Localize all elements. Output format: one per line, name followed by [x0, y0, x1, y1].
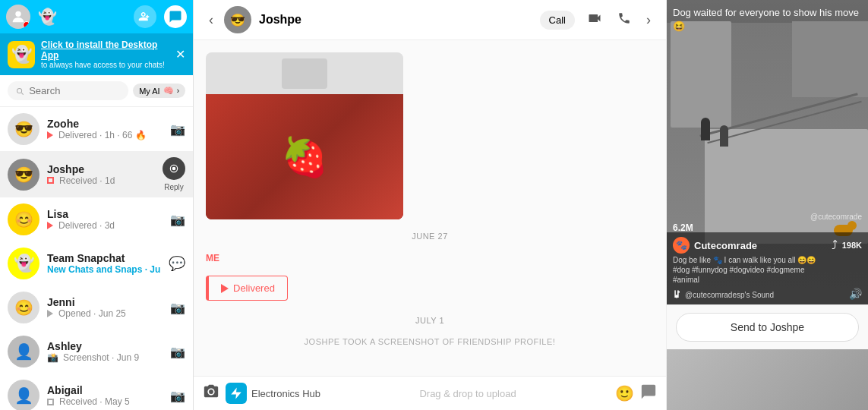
- video-views: 6.2M: [673, 222, 693, 233]
- camera-icon-abigail[interactable]: 📷: [170, 389, 185, 403]
- svg-point-0: [15, 11, 21, 17]
- chat-side-team-snapchat: 💬: [169, 255, 185, 272]
- video-controls: ⏸: [671, 288, 682, 300]
- chat-avatar-team-snapchat: 👻: [8, 248, 39, 279]
- thumbnail-section: [667, 349, 868, 410]
- creator-avatar: 🐾: [673, 237, 690, 254]
- camera-input-button[interactable]: [203, 383, 219, 404]
- sender-me-label: ME: [206, 253, 654, 263]
- chat-status-jenni: Opened · Jun 25: [58, 308, 126, 319]
- search-input[interactable]: [29, 85, 121, 96]
- chat-sub-joshpe: Received · 1d: [47, 175, 155, 186]
- emoji-button[interactable]: 🙂: [615, 384, 634, 402]
- call-label: Call: [549, 14, 566, 26]
- chat-item-team-snapchat[interactable]: 👻 Team Snapchat New Chats and Snaps · Ju…: [0, 241, 193, 285]
- date-divider-july1: JULY 1: [206, 316, 654, 325]
- camera-icon-ashley[interactable]: 📷: [170, 345, 185, 359]
- send-to-button[interactable]: Send to Joshpe: [676, 313, 859, 342]
- chat-avatar-lisa: 😊: [8, 203, 39, 235]
- chat-status-ashley: Screenshot · Jun 9: [63, 352, 139, 363]
- chat-status-joshpe: Received · 1d: [59, 175, 115, 186]
- share-button[interactable]: ⤴: [832, 238, 838, 252]
- chat-item-abigail[interactable]: 👤 Abigail Received · May 5 📷: [0, 374, 193, 410]
- delivered-message: Delivered: [206, 273, 654, 304]
- chat-list: 😎 Zoohe Delivered · 1h · 66 🔥 📷 😎 Joshpe…: [0, 107, 193, 410]
- search-bar: My AI 🧠 ›: [0, 75, 193, 107]
- search-icon: [15, 86, 24, 96]
- camera-icon-zoohe[interactable]: 📷: [170, 122, 185, 137]
- received-icon-joshpe: [47, 177, 54, 184]
- sticker-button[interactable]: [640, 383, 657, 404]
- camera-icon-lisa[interactable]: 📷: [170, 213, 185, 227]
- chat-sub-abigail: Received · May 5: [47, 396, 163, 407]
- chat-item-joshpe[interactable]: 😎 Joshpe Received · 1d Reply: [0, 151, 193, 197]
- chat-info-jenni: Jenni Opened · Jun 25: [47, 296, 163, 319]
- pause-button[interactable]: ⏸: [671, 288, 682, 300]
- back-button[interactable]: ‹: [206, 9, 216, 31]
- date-divider-june27: JUNE 27: [206, 232, 654, 241]
- right-panel: Dog waited for everyone to show his move…: [667, 0, 868, 410]
- install-banner-main[interactable]: Click to install the Desktop App: [41, 39, 169, 61]
- snapchat-logo: 👻: [38, 8, 57, 26]
- video-watermark: @cutecomrade: [810, 213, 862, 221]
- user-avatar[interactable]: [6, 5, 30, 29]
- chat-info-zoohe: Zoohe Delivered · 1h · 66 🔥: [47, 118, 163, 140]
- messages-area: 🍓 JUNE 27 ME Delivered JULY 1 JOSHPE TOO…: [194, 40, 666, 376]
- more-options-button[interactable]: ›: [643, 9, 654, 31]
- chat-name-joshpe: Joshpe: [47, 163, 155, 175]
- mute-button[interactable]: 🔊: [849, 288, 862, 300]
- chat-item-lisa[interactable]: 😊 Lisa Delivered · 3d 📷: [0, 197, 193, 241]
- chat-side-ashley: 📷: [170, 345, 185, 359]
- chat-info-team-snapchat: Team Snapchat New Chats and Snaps · Jun …: [47, 252, 161, 275]
- chat-name-zoohe: Zoohe: [47, 118, 163, 130]
- sound-label: @cutecomradesp's Sound: [685, 291, 774, 299]
- chat-new-button[interactable]: [164, 5, 187, 28]
- chat-header-actions: Call ›: [540, 8, 654, 33]
- chat-side-jenni: 📷: [170, 301, 185, 315]
- reply-badge-joshpe[interactable]: [163, 157, 185, 180]
- chat-item-ashley[interactable]: 👤 Ashley 📸 Screenshot · Jun 9 📷: [0, 330, 193, 374]
- search-input-wrap[interactable]: [8, 81, 128, 100]
- install-banner-logo: 👻: [8, 41, 35, 68]
- video-info-overlay: 🐾 Cutecomrade ⤴ 198K Dog be like 🐾 I can…: [667, 232, 868, 304]
- image-message: 🍓: [206, 52, 654, 219]
- chat-avatar-joshpe: 😎: [8, 159, 39, 191]
- chat-name-team-snapchat: Team Snapchat: [47, 252, 161, 264]
- chat-status-team-snapchat: New Chats and Snaps · Jun 16: [47, 264, 161, 275]
- chat-name-jenni: Jenni: [47, 296, 163, 308]
- video-call-button[interactable]: [584, 8, 605, 33]
- chat-avatar-jenni: 😊: [8, 292, 39, 323]
- delivered-label: Delivered: [206, 276, 288, 301]
- chat-item-jenni[interactable]: 😊 Jenni Opened · Jun 25 📷: [0, 285, 193, 330]
- camera-icon-jenni[interactable]: 📷: [170, 301, 185, 315]
- chat-name-lisa: Lisa: [47, 208, 163, 220]
- chat-side-zoohe: 📷: [170, 122, 185, 137]
- phone-button[interactable]: [614, 8, 634, 32]
- chat-item-zoohe[interactable]: 😎 Zoohe Delivered · 1h · 66 🔥 📷: [0, 107, 193, 151]
- chat-avatar-abigail: 👤: [8, 380, 39, 410]
- chevron-right-icon: ›: [177, 87, 179, 95]
- drag-drop-text: Drag & drop to upload: [327, 388, 609, 399]
- system-message-screenshot: JOSHPE TOOK A SCREENSHOT OF FRIENDSHIP P…: [206, 337, 654, 346]
- chat-avatar-ashley: 👤: [8, 336, 39, 367]
- install-banner-text: Click to install the Desktop App to alwa…: [41, 39, 169, 69]
- send-section: Send to Joshpe: [667, 304, 868, 349]
- install-banner-sub: to always have access to your chats!: [41, 61, 169, 69]
- chat-image-strawberry: 🍓: [206, 52, 403, 219]
- my-ai-badge[interactable]: My AI 🧠 ›: [133, 84, 185, 98]
- delivered-icon-lisa: [47, 222, 53, 229]
- chat-input-brand: Electronics Hub: [226, 383, 320, 404]
- chat-status-lisa: Delivered · 3d: [58, 220, 115, 231]
- install-banner: 👻 Click to install the Desktop App to al…: [0, 33, 193, 75]
- chat-sub-zoohe: Delivered · 1h · 66 🔥: [47, 130, 163, 140]
- chat-input-area: Electronics Hub Drag & drop to upload 🙂: [194, 376, 666, 410]
- svg-point-2: [172, 167, 176, 171]
- chat-status-zoohe: Delivered · 1h · 66 🔥: [58, 130, 147, 140]
- brand-name: Electronics Hub: [251, 388, 320, 399]
- call-button[interactable]: Call: [540, 11, 575, 30]
- install-banner-close-button[interactable]: ✕: [175, 47, 185, 62]
- add-friend-button[interactable]: [134, 5, 156, 28]
- delivered-text: Delivered: [233, 282, 275, 294]
- chat-info-joshpe: Joshpe Received · 1d: [47, 163, 155, 186]
- brand-icon: [226, 383, 247, 404]
